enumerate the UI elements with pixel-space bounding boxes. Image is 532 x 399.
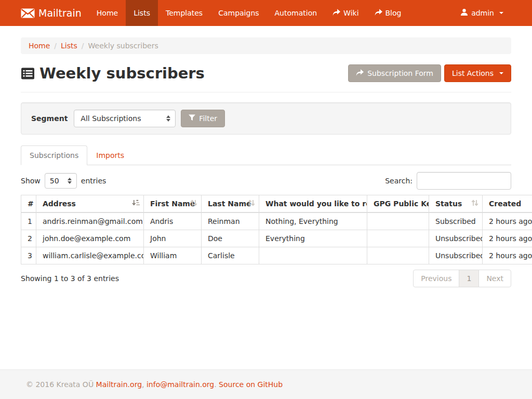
select-arrows-icon [166, 115, 170, 122]
user-menu[interactable]: admin [453, 0, 511, 26]
footer-link-github[interactable]: Source on GitHub [219, 380, 283, 389]
list-actions-button[interactable]: List Actions [444, 64, 511, 82]
show-label: Show [21, 177, 41, 185]
search-label: Search: [385, 177, 413, 185]
segment-select[interactable]: All Subscriptions [74, 110, 176, 127]
nav-item-campaigns[interactable]: Campaigns [210, 0, 267, 26]
copyright-text: © 2016 Kreata OÜ [26, 380, 94, 389]
footer-link-mailtrain[interactable]: Mailtrain.org [96, 380, 142, 389]
segment-label: Segment [31, 114, 68, 123]
page-title: Weekly subscribers [21, 64, 205, 82]
footer-link-email[interactable]: info@mailtrain.org [147, 380, 214, 389]
pagination: Previous 1 Next [413, 270, 511, 287]
breadcrumb-lists[interactable]: Lists [61, 42, 77, 50]
user-icon [460, 8, 468, 18]
share-icon [356, 69, 364, 77]
chevron-down-icon [499, 72, 503, 74]
table-info: Showing 1 to 3 of 3 entries [21, 270, 119, 283]
table-row[interactable]: 1 andris.reinman@gmail.com Andris Reinma… [21, 212, 532, 230]
sort-asc-icon [132, 200, 140, 208]
list-alt-icon [21, 67, 35, 80]
brand-label: Mailtrain [38, 7, 82, 19]
divider [21, 92, 511, 92]
page-length-value: 50 [50, 177, 59, 185]
share-icon [332, 9, 340, 17]
page-length-select[interactable]: 50 [45, 173, 77, 189]
nav-item-wiki[interactable]: Wiki [325, 0, 366, 26]
col-header-first-name[interactable]: First Name [144, 195, 202, 213]
top-navbar: Mailtrain Home Lists Templates Campaigns… [0, 0, 532, 26]
filter-icon [189, 114, 195, 123]
col-header-gpg[interactable]: GPG Public Key [367, 195, 429, 213]
subscribers-table: # Address First Nam [21, 195, 532, 264]
nav-item-lists[interactable]: Lists [126, 0, 158, 26]
tab-bar: Subscriptions Imports [21, 145, 511, 165]
sort-both-icon [248, 200, 255, 208]
tab-imports[interactable]: Imports [87, 145, 133, 165]
main-nav: Home Lists Templates Campaigns Automatio… [89, 0, 409, 26]
page-footer: © 2016 Kreata OÜ Mailtrain.org, info@mai… [0, 369, 532, 399]
user-label: admin [471, 9, 494, 17]
select-arrows-icon [68, 178, 72, 184]
nav-item-blog[interactable]: Blog [367, 0, 409, 26]
col-header-created[interactable]: Created [483, 195, 532, 213]
col-header-address[interactable]: Address [36, 195, 144, 213]
col-header-question[interactable]: What would you like to read? [259, 195, 367, 213]
share-icon [375, 9, 382, 17]
envelope-icon [21, 8, 35, 18]
breadcrumb-home[interactable]: Home [29, 42, 50, 50]
segment-panel: Segment All Subscriptions Filter [21, 102, 511, 135]
nav-item-templates[interactable]: Templates [158, 0, 210, 26]
entries-label: entries [81, 177, 107, 185]
nav-item-home[interactable]: Home [89, 0, 126, 26]
table-row[interactable]: 3 william.carlisle@example.com William C… [21, 247, 532, 264]
table-row[interactable]: 2 john.doe@example.com John Doe Everythi… [21, 230, 532, 247]
pagination-previous[interactable]: Previous [413, 270, 459, 287]
search-input[interactable] [417, 172, 511, 190]
subscribers-table-zone: # Address First Nam [21, 195, 511, 264]
breadcrumb: Home Lists Weekly subscribers [21, 37, 511, 54]
sort-both-icon [190, 200, 197, 208]
chevron-down-icon [499, 12, 503, 14]
brand-logo[interactable]: Mailtrain [21, 0, 82, 26]
breadcrumb-current: Weekly subscribers [88, 42, 158, 50]
segment-select-value: All Subscriptions [81, 114, 141, 123]
filter-button[interactable]: Filter [181, 110, 225, 127]
table-header-row: # Address First Nam [21, 195, 532, 213]
col-header-index: # [21, 195, 36, 213]
col-header-status[interactable]: Status [429, 195, 483, 213]
pagination-page-1[interactable]: 1 [459, 270, 479, 287]
pagination-next[interactable]: Next [478, 270, 511, 287]
sort-both-icon [471, 200, 478, 208]
tab-subscriptions[interactable]: Subscriptions [21, 145, 87, 165]
subscription-form-button[interactable]: Subscription Form [348, 64, 441, 82]
col-header-last-name[interactable]: Last Name [202, 195, 259, 213]
nav-item-automation[interactable]: Automation [267, 0, 325, 26]
